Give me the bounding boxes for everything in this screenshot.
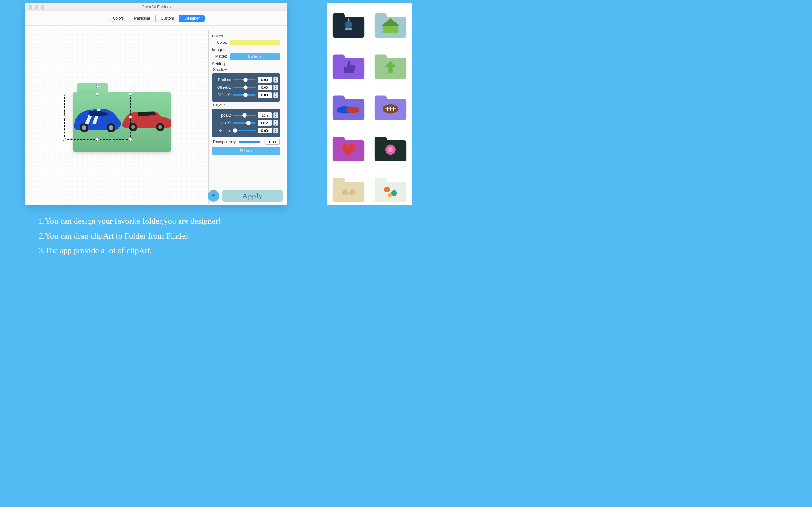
setting-section-title: Setting — [212, 61, 281, 66]
shadow-panel: Radius: 0.00 ▲▼ OffsetX: 0.00 ▲▼ OffsetY… — [212, 73, 281, 102]
resize-handle[interactable] — [63, 138, 66, 141]
tab-bar: Colors Particular Custom Designer — [107, 15, 205, 22]
matter-label: Matter: — [212, 54, 227, 59]
offsetx-label: OffsetX: — [214, 85, 231, 90]
selection-box[interactable] — [64, 94, 131, 140]
svg-point-16 — [388, 193, 392, 198]
tab-custom[interactable]: Custom — [156, 15, 179, 21]
caption-3: 3.The app provide a lot of clipArt. — [39, 246, 221, 256]
reset-button[interactable]: Reset — [212, 147, 281, 155]
gallery-folder-2[interactable] — [331, 49, 367, 83]
transparency-label: Transparency: — [212, 140, 237, 144]
gallery-folder-1[interactable] — [372, 8, 409, 42]
posy-stepper[interactable]: ▲▼ — [273, 120, 278, 126]
gallery-folder-5[interactable] — [372, 90, 409, 124]
svg-point-13 — [388, 147, 393, 153]
offsety-value[interactable]: 0.00 — [258, 92, 271, 98]
gallery-folder-6[interactable] — [331, 131, 367, 165]
rotate-label: Rotate: — [214, 128, 231, 133]
svg-point-10 — [346, 107, 359, 113]
app-window: Colorful Folders Colors Particular Custo… — [26, 3, 287, 205]
radius-stepper[interactable]: ▲▼ — [273, 77, 278, 83]
tab-particular[interactable]: Particular — [129, 15, 156, 21]
svg-point-15 — [391, 190, 397, 196]
svg-point-14 — [384, 187, 390, 192]
radius-slider[interactable] — [233, 79, 256, 80]
matter-button[interactable]: barbola — [230, 53, 281, 60]
gallery-folder-7[interactable] — [372, 131, 409, 165]
tab-designer[interactable]: Designer — [179, 15, 205, 21]
offsetx-value[interactable]: 0.00 — [258, 84, 271, 90]
posx-stepper[interactable]: ▲▼ — [273, 112, 278, 118]
offsety-stepper[interactable]: ▲▼ — [273, 92, 278, 98]
offsetx-slider[interactable] — [233, 87, 256, 88]
gallery-folder-0[interactable] — [331, 8, 367, 42]
resize-handle[interactable] — [129, 138, 132, 141]
resize-handle[interactable] — [96, 93, 99, 96]
gallery-folder-4[interactable] — [331, 90, 367, 124]
resize-handle[interactable] — [63, 93, 66, 96]
svg-point-1 — [131, 125, 135, 129]
gallery-folder-3[interactable] — [372, 49, 409, 83]
inspector-panel: Folder Color: Images Matter: barbola Set… — [208, 29, 284, 205]
resize-handle[interactable] — [63, 115, 66, 118]
color-label: Color: — [212, 40, 227, 45]
captions: 1.You can design your favorite folder,yo… — [39, 216, 221, 261]
rotate-stepper[interactable]: ▲▼ — [273, 128, 278, 133]
layout-subtitle: Layout — [213, 103, 281, 107]
folder-preview[interactable] — [73, 83, 171, 153]
offsety-label: OffsetY: — [214, 93, 231, 97]
posx-value[interactable]: -11.9 — [258, 112, 271, 118]
share-icon — [211, 193, 216, 199]
gallery-folder-9[interactable] — [372, 172, 409, 207]
resize-handle[interactable] — [96, 138, 99, 141]
images-section-title: Images — [212, 47, 281, 52]
transparency-slider[interactable] — [239, 141, 264, 143]
radius-value[interactable]: 0.00 — [258, 77, 271, 83]
gallery-folder-8[interactable] — [331, 172, 367, 207]
design-canvas[interactable] — [26, 26, 208, 205]
apply-button[interactable]: Apply — [222, 190, 283, 202]
posx-label: posX: — [214, 113, 231, 118]
titlebar: Colorful Folders — [26, 3, 287, 11]
color-swatch[interactable] — [230, 40, 281, 45]
offsety-slider[interactable] — [233, 95, 256, 96]
layout-panel: posX: -11.9 ▲▼ posY: 68.2 ▲▼ Rotate: 0.0… — [212, 109, 281, 137]
posy-value[interactable]: 68.2 — [258, 120, 271, 126]
transparency-value[interactable]: 1.000 — [266, 139, 280, 145]
rotate-handle[interactable] — [96, 85, 99, 88]
tab-colors[interactable]: Colors — [108, 15, 130, 21]
folder-section-title: Folder — [212, 34, 281, 38]
svg-point-8 — [345, 21, 352, 29]
resize-handle[interactable] — [129, 93, 132, 96]
svg-point-3 — [158, 125, 162, 129]
share-button[interactable] — [208, 190, 219, 202]
offsetx-stepper[interactable]: ▲▼ — [273, 84, 278, 90]
radius-label: Radius: — [214, 78, 231, 82]
posy-label: posY: — [214, 121, 231, 125]
caption-2: 2.You can drag clipArt to Folder from Fi… — [39, 232, 221, 241]
posy-slider[interactable] — [233, 122, 256, 124]
shadow-subtitle: Shadow — [213, 67, 281, 72]
bottom-bar: Apply — [208, 190, 283, 202]
gallery-panel — [327, 3, 412, 205]
rotate-value[interactable]: 0.00 — [258, 128, 271, 133]
resize-handle[interactable] — [129, 115, 132, 118]
caption-1: 1.You can design your favorite folder,yo… — [39, 217, 221, 226]
rotate-slider[interactable] — [233, 130, 256, 131]
window-title: Colorful Folders — [26, 4, 287, 9]
posx-slider[interactable] — [233, 115, 256, 116]
toolbar: Colors Particular Custom Designer — [26, 11, 287, 26]
